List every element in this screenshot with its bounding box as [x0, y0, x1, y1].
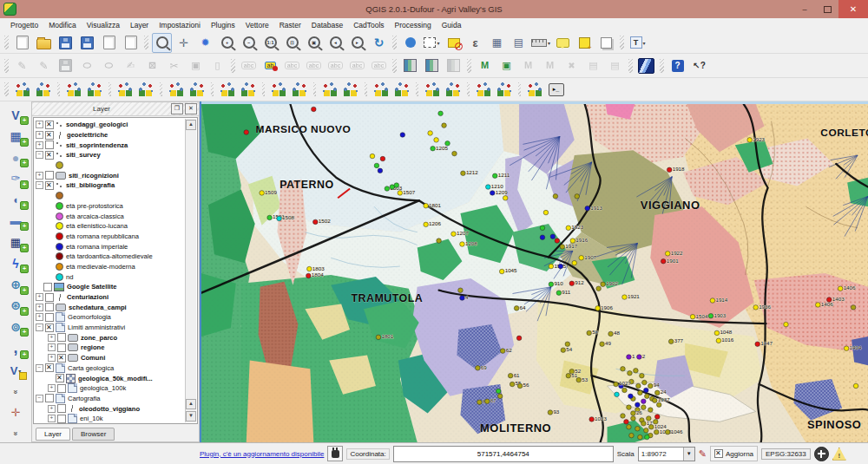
menu-plugins[interactable]: Plugins	[206, 20, 240, 30]
site-point[interactable]	[641, 422, 647, 427]
site-point[interactable]	[629, 433, 635, 438]
label-properties-icon[interactable]: abc	[369, 56, 389, 75]
toggle-editing-icon[interactable]: ✎	[34, 56, 54, 75]
expander-icon[interactable]: +	[36, 172, 43, 180]
zoom-last-icon[interactable]: ◂	[326, 33, 345, 53]
site-point[interactable]	[460, 242, 465, 247]
layer-item-et-pre-protostorica[interactable]: età pre-protostorica	[48, 201, 185, 212]
site-point[interactable]	[503, 196, 508, 201]
site-point[interactable]	[665, 429, 670, 435]
add-wcs-layer-icon[interactable]: ⊕	[4, 276, 27, 292]
label-pin-icon[interactable]: abc	[282, 56, 302, 75]
zoom-out-icon[interactable]: −	[239, 33, 259, 53]
site-point[interactable]	[631, 416, 636, 422]
cadtools-tool-12[interactable]	[290, 80, 310, 100]
site-point[interactable]	[376, 335, 381, 340]
menu-guida[interactable]: Guida	[437, 20, 467, 30]
cadtools-tool-2[interactable]	[34, 80, 54, 100]
site-point[interactable]	[442, 123, 447, 128]
site-point[interactable]	[277, 216, 282, 221]
site-point[interactable]	[555, 239, 560, 244]
render-checkbox[interactable]	[714, 449, 723, 458]
label-move-icon[interactable]: abc	[326, 56, 345, 75]
layer-styles-star-icon[interactable]	[422, 56, 442, 75]
cut-features-icon[interactable]: ✂	[164, 56, 184, 75]
cadtools-tool-17[interactable]	[422, 80, 442, 100]
site-point[interactable]	[641, 399, 647, 404]
site-point[interactable]	[500, 349, 505, 354]
map-canvas[interactable]: 1509150115081502180318041503150718011205…	[200, 101, 868, 442]
site-point[interactable]	[385, 186, 390, 192]
cadtools-tool-20[interactable]	[495, 80, 515, 100]
coordinate-input[interactable]	[393, 446, 614, 462]
site-point[interactable]	[851, 305, 856, 310]
layer-checkbox[interactable]	[45, 303, 54, 311]
stop-render-icon[interactable]: ✎	[699, 448, 707, 460]
label-show-hide-icon[interactable]: abc	[304, 56, 324, 75]
layer-item-limiti-amministrativi[interactable]: −Limiti amministrativi	[36, 323, 185, 333]
site-point[interactable]	[627, 425, 632, 430]
site-point[interactable]	[260, 191, 265, 196]
cadtools-tool-9[interactable]	[217, 80, 237, 100]
layer-checkbox[interactable]	[56, 374, 64, 382]
add-oracle-layer-icon[interactable]: ▬	[4, 212, 27, 229]
add-gpx-layer-icon[interactable]: ,	[4, 339, 27, 357]
site-point[interactable]	[558, 264, 563, 269]
expander-icon[interactable]: +	[36, 131, 43, 139]
site-point[interactable]	[710, 298, 715, 304]
remove-layer-icon[interactable]: ✖	[562, 56, 582, 75]
site-point[interactable]	[566, 373, 571, 378]
text-annotation-icon[interactable]: T▾	[628, 33, 648, 53]
site-point[interactable]	[690, 314, 695, 319]
site-point[interactable]	[645, 394, 650, 399]
plugin-icon[interactable]	[327, 446, 343, 461]
layer-checkbox[interactable]	[45, 151, 54, 160]
layer-item-et-romana-repubblicana[interactable]: età romana repubblicana	[48, 232, 185, 242]
expander-icon[interactable]: −	[36, 395, 43, 402]
layer-item-et-ellenistico-lucana[interactable]: età ellenistico-lucana	[48, 221, 185, 232]
node-tool-icon[interactable]: ✍	[121, 56, 141, 75]
site-point[interactable]	[838, 286, 843, 291]
add-mssql-layer-icon[interactable]: ◖	[4, 192, 27, 208]
layer-styles-icon[interactable]	[400, 56, 420, 75]
labeling-icon[interactable]: abc	[239, 56, 259, 75]
site-point[interactable]	[621, 367, 626, 372]
cadtools-tool-21[interactable]	[524, 80, 544, 100]
layer-item-centuriazioni[interactable]: +Centuriazioni	[36, 292, 185, 303]
scroll-down-icon[interactable]: ▼	[186, 411, 196, 422]
add-vector-layer-icon[interactable]: V	[4, 107, 27, 123]
site-point[interactable]	[642, 380, 648, 385]
site-point[interactable]	[622, 388, 628, 393]
site-point[interactable]	[560, 245, 565, 250]
site-point[interactable]	[656, 402, 661, 408]
expander-icon[interactable]: +	[48, 384, 56, 392]
site-point[interactable]	[451, 232, 457, 237]
site-point[interactable]	[508, 373, 513, 378]
layer-item-cartografia[interactable]: −Cartografia	[36, 394, 185, 404]
menu-database[interactable]: Database	[306, 20, 348, 30]
site-point[interactable]	[424, 222, 429, 227]
cadtools-tool-10[interactable]	[239, 80, 259, 100]
site-point[interactable]	[312, 107, 317, 112]
layer-checkbox[interactable]	[45, 131, 54, 140]
site-point[interactable]	[569, 281, 575, 286]
site-point[interactable]	[306, 273, 312, 278]
layer-item-geomorfologia[interactable]: +Geomorfologia	[36, 312, 185, 323]
copy-features-icon[interactable]: ▣	[186, 56, 206, 75]
select-features-icon[interactable]: ▾	[422, 33, 442, 53]
expander-icon[interactable]: +	[48, 334, 56, 342]
site-point[interactable]	[458, 288, 464, 293]
site-point[interactable]	[596, 286, 602, 291]
site-point[interactable]	[492, 173, 497, 179]
text-annotation-icon-dropdown[interactable]: ▾	[643, 40, 646, 46]
layer-checkbox[interactable]	[57, 415, 66, 423]
expander-icon[interactable]: −	[36, 181, 43, 189]
site-point[interactable]	[635, 402, 641, 408]
layer-checkbox[interactable]	[45, 363, 54, 372]
save-layer-edits-icon[interactable]	[56, 56, 76, 75]
identify-features-icon[interactable]	[400, 33, 420, 53]
site-point[interactable]	[714, 330, 720, 336]
cadtools-tool-6[interactable]	[136, 80, 156, 100]
add-oracle-georaster-icon[interactable]: ▦	[4, 233, 27, 250]
new-shapefile-layer-icon[interactable]: V▾	[4, 362, 27, 378]
